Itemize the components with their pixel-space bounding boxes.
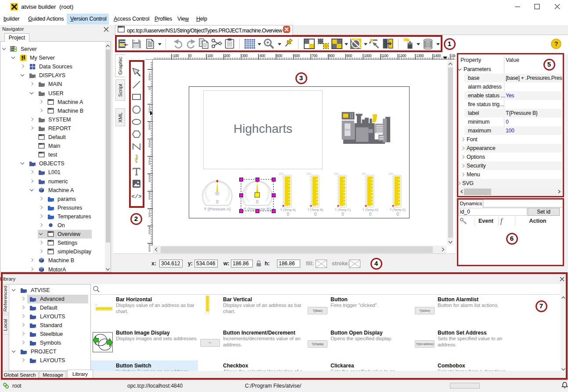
svg-text:100: 100 — [306, 172, 311, 175]
svg-text:100: 100 — [334, 172, 338, 175]
svg-text:100: 100 — [279, 172, 284, 175]
svg-text:100: 100 — [388, 172, 393, 175]
svg-text:0: 0 — [216, 200, 219, 204]
svg-text:100: 100 — [361, 172, 366, 175]
svg-text:T{On}: T{On} — [345, 129, 350, 131]
